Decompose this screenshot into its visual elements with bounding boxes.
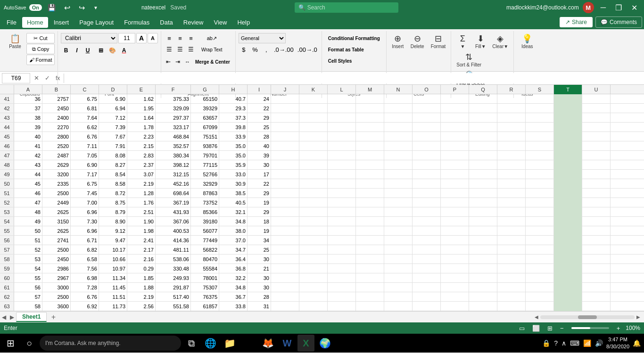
cell[interactable]: 11.45 (99, 283, 127, 292)
cell[interactable] (328, 207, 356, 217)
cell[interactable] (299, 217, 328, 226)
cell[interactable] (582, 170, 611, 179)
cell[interactable] (554, 179, 582, 189)
cell[interactable]: 7.30 (71, 217, 99, 226)
cell[interactable] (356, 123, 384, 132)
cell[interactable] (299, 179, 328, 189)
cell[interactable] (497, 264, 526, 273)
cell[interactable] (271, 141, 299, 151)
cell[interactable]: 43 (14, 160, 42, 170)
word-btn[interactable]: W (279, 335, 296, 352)
start-button[interactable]: ⊞ (2, 335, 19, 352)
row-number[interactable]: 49 (0, 170, 14, 179)
cell[interactable]: 35.0 (219, 151, 248, 160)
col-header-f[interactable]: F (156, 85, 191, 94)
cell[interactable] (554, 217, 582, 226)
cell[interactable]: 414.36 (156, 236, 191, 245)
menu-review[interactable]: Review (179, 17, 208, 28)
cell[interactable] (271, 264, 299, 273)
cell[interactable] (356, 151, 384, 160)
cell[interactable]: 468.84 (156, 132, 191, 141)
comma-btn[interactable]: , (261, 44, 272, 55)
help-icon[interactable]: ? (553, 339, 559, 347)
cell[interactable] (384, 245, 413, 255)
cell[interactable]: 7.39 (99, 123, 127, 132)
row-number[interactable]: 45 (0, 132, 14, 141)
menu-file[interactable]: File (2, 17, 21, 28)
col-header-b[interactable]: B (42, 85, 71, 94)
cell[interactable] (384, 273, 413, 283)
cell[interactable]: 2500 (42, 292, 71, 302)
cortana-button[interactable]: ○ (21, 335, 38, 352)
cell[interactable]: 57 (14, 292, 42, 302)
cell[interactable] (356, 283, 384, 292)
formula-cancel-icon[interactable]: ✕ (32, 74, 41, 82)
cell[interactable] (299, 141, 328, 151)
cell[interactable]: 1.95 (127, 104, 156, 113)
cell[interactable] (356, 141, 384, 151)
cell[interactable] (526, 113, 554, 123)
cell[interactable]: 39180 (191, 217, 219, 226)
page-break-icon[interactable]: ⊞ (545, 325, 554, 332)
cell[interactable]: 79701 (191, 151, 219, 160)
cell[interactable] (356, 104, 384, 113)
cell[interactable]: 8.08 (99, 151, 127, 160)
cell[interactable] (469, 113, 497, 123)
cell[interactable] (526, 141, 554, 151)
cell[interactable] (469, 151, 497, 160)
cell[interactable] (469, 302, 497, 311)
cell[interactable] (271, 236, 299, 245)
cell[interactable] (582, 160, 611, 170)
cell[interactable]: 2629 (42, 160, 71, 170)
cell[interactable]: 11.51 (99, 292, 127, 302)
cell[interactable] (469, 104, 497, 113)
cell[interactable]: 7.05 (71, 151, 99, 160)
cell[interactable]: 29 (248, 189, 271, 198)
cell[interactable] (526, 132, 554, 141)
cell[interactable] (271, 151, 299, 160)
cell[interactable] (413, 292, 441, 302)
cell[interactable]: 2500 (42, 189, 71, 198)
cell[interactable]: 8.75 (99, 198, 127, 207)
cell[interactable] (554, 255, 582, 264)
cell[interactable]: 6.98 (71, 273, 99, 283)
cell[interactable] (554, 104, 582, 113)
cell[interactable]: 93876 (191, 141, 219, 151)
cell[interactable] (299, 264, 328, 273)
cell[interactable] (413, 207, 441, 217)
cell[interactable]: 6.75 (71, 179, 99, 189)
col-header-p[interactable]: P (441, 85, 469, 94)
conditional-formatting-btn[interactable]: Conditional Formatting (325, 33, 383, 43)
cell[interactable] (469, 179, 497, 189)
cell[interactable]: 2986 (42, 264, 71, 273)
cell[interactable]: 34 (248, 236, 271, 245)
cell[interactable]: 6.62 (71, 123, 99, 132)
cell[interactable] (441, 245, 469, 255)
cell[interactable]: 330.48 (156, 264, 191, 273)
cell[interactable]: 73752 (191, 198, 219, 207)
cell[interactable] (554, 226, 582, 236)
cell[interactable] (384, 160, 413, 170)
cell[interactable]: 34.8 (219, 283, 248, 292)
cell[interactable]: 11.34 (99, 273, 127, 283)
cell[interactable] (356, 245, 384, 255)
cell[interactable]: 32929 (191, 179, 219, 189)
cell[interactable]: 37.3 (219, 113, 248, 123)
cell[interactable] (441, 207, 469, 217)
cell[interactable]: 297.37 (156, 113, 191, 123)
align-top-right-btn[interactable]: ≡ (186, 33, 196, 44)
cell[interactable] (526, 170, 554, 179)
store-btn[interactable]: 🛍 (240, 335, 257, 352)
cell[interactable]: 35.0 (219, 141, 248, 151)
cell[interactable]: 56077 (191, 226, 219, 236)
cell[interactable]: 367.06 (156, 217, 191, 226)
firefox-btn[interactable]: 🦊 (259, 335, 277, 352)
cell[interactable] (356, 160, 384, 170)
cell[interactable]: 3000 (42, 283, 71, 292)
cell[interactable] (356, 292, 384, 302)
cell[interactable] (384, 255, 413, 264)
cell[interactable]: 19 (248, 226, 271, 236)
cell[interactable]: 39.8 (219, 123, 248, 132)
cell[interactable]: 24 (248, 94, 271, 104)
row-number[interactable]: 52 (0, 198, 14, 207)
